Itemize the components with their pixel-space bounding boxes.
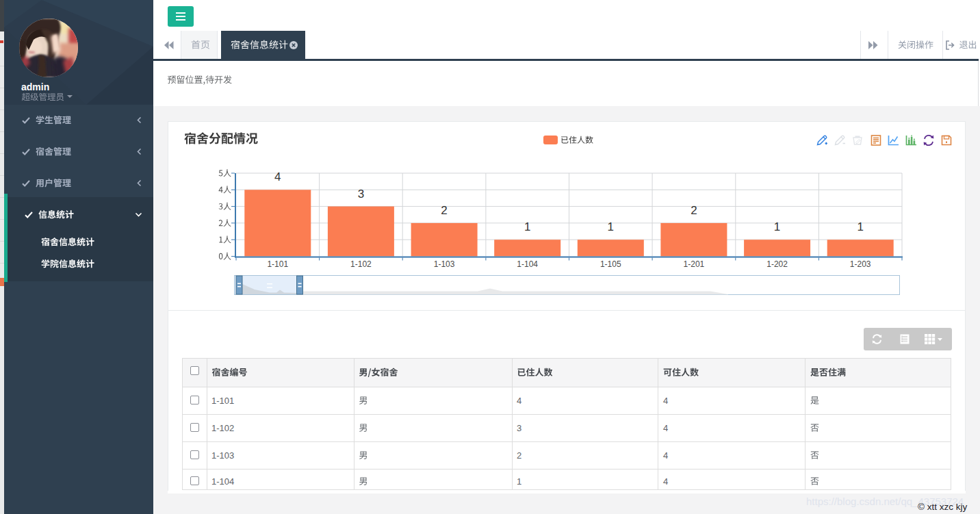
svg-text:1-102: 1-102 <box>350 259 372 269</box>
svg-text:1-103: 1-103 <box>434 259 455 269</box>
svg-text:2: 2 <box>441 204 447 217</box>
svg-text:1-104: 1-104 <box>517 259 538 269</box>
svg-text:1: 1 <box>774 220 780 233</box>
svg-text:1: 1 <box>857 220 863 233</box>
svg-text:2: 2 <box>691 204 697 217</box>
svg-text:1-201: 1-201 <box>684 259 705 269</box>
svg-text:3: 3 <box>358 188 364 201</box>
svg-text:1-101: 1-101 <box>267 259 288 269</box>
svg-text:1: 1 <box>524 220 530 233</box>
svg-text:1-105: 1-105 <box>600 259 621 269</box>
svg-text:1: 1 <box>608 220 614 233</box>
svg-text:4: 4 <box>274 170 281 183</box>
svg-text:1-203: 1-203 <box>850 259 871 269</box>
svg-text:1-202: 1-202 <box>766 259 788 269</box>
